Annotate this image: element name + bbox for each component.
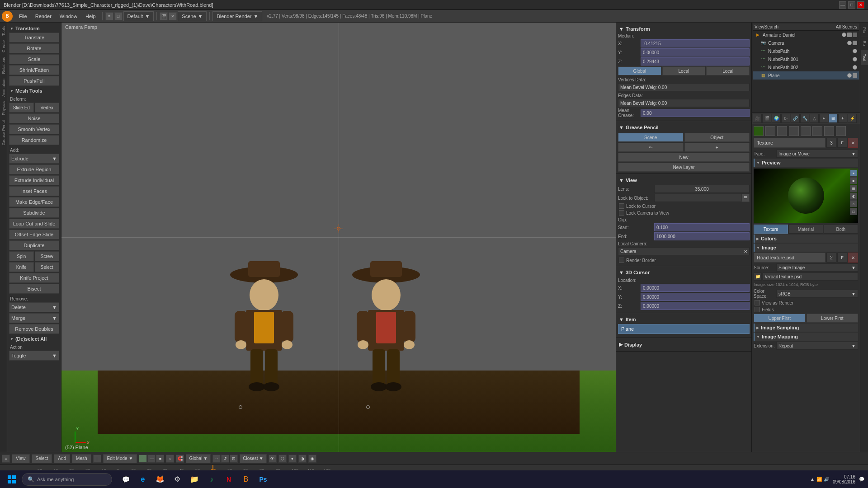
rotate-button[interactable]: Rotate — [9, 43, 59, 53]
face-select-icon[interactable]: ■ — [156, 455, 164, 463]
rendered-icon[interactable]: ◉ — [308, 455, 316, 463]
mean-crease-value[interactable]: 0.00 — [641, 109, 750, 117]
outliner-item-plane[interactable]: ▦ Plane — [753, 71, 859, 80]
layout-select[interactable]: Default ▼ — [123, 11, 154, 21]
constraint-props-icon[interactable]: 🔗 — [791, 114, 800, 123]
viewport-type-icon[interactable]: ≡ — [2, 455, 10, 463]
visibility-icon[interactable] — [847, 41, 852, 45]
image-number-field[interactable]: 2 — [826, 253, 836, 263]
knife-project-button[interactable]: Knife Project — [9, 273, 59, 283]
image-f-btn[interactable]: F — [837, 253, 847, 263]
world-props-icon[interactable]: 🌍 — [772, 114, 781, 123]
relations-tab[interactable]: Relations — [1, 55, 6, 76]
render-props-icon[interactable]: 🎥 — [753, 114, 762, 123]
prev-small-btn[interactable]: □ — [850, 208, 857, 215]
render-icon[interactable] — [853, 33, 857, 37]
texture-props-icon[interactable]: ⊞ — [829, 114, 838, 123]
plus-btn[interactable]: + — [684, 143, 750, 152]
texture-slot-5[interactable] — [801, 126, 811, 136]
duplicate-button[interactable]: Duplicate — [9, 240, 59, 250]
x-value-field[interactable]: -0.41215 — [641, 39, 750, 47]
material-icon[interactable]: ◑ — [298, 455, 307, 463]
image-close-btn[interactable]: ✕ — [848, 253, 858, 263]
object-btn[interactable]: Object — [684, 133, 750, 142]
outliner-search-btn[interactable]: Search — [764, 24, 779, 29]
visibility-icon[interactable] — [853, 49, 857, 53]
texture-tab[interactable]: Texture — [754, 225, 788, 234]
outliner-item-nurbspath001[interactable]: 〰 NurbsPath.001 — [753, 55, 859, 63]
data-props-icon[interactable]: △ — [810, 114, 819, 123]
window-menu[interactable]: Window — [56, 11, 81, 21]
loop-cut-slide-button[interactable]: Loop Cut and Slide — [9, 219, 59, 229]
global-btn[interactable]: Global — [618, 66, 661, 75]
image-section[interactable]: ▼ Image — [754, 244, 858, 252]
grease-pencil-header[interactable]: ▼ Grease Pencil — [618, 123, 750, 132]
visibility-icon[interactable] — [853, 57, 857, 61]
lock-cursor-checkbox[interactable] — [619, 203, 624, 209]
scene-select[interactable]: Scene ▼ — [178, 11, 207, 21]
help-menu[interactable]: Help — [82, 11, 99, 21]
taskbar-blender[interactable]: B — [238, 471, 254, 488]
shrink-fatten-button[interactable]: Shrink/Fatten — [9, 65, 59, 75]
path-field[interactable]: //RoadTexture.psd — [763, 272, 858, 281]
fields-checkbox[interactable] — [755, 307, 760, 312]
vtab-pla[interactable]: Pla — [861, 23, 868, 37]
prev-plane-btn[interactable]: ▦ — [850, 185, 857, 192]
deselect-all-header[interactable]: ▼ (De)select All — [9, 335, 59, 343]
taskbar-explorer[interactable]: 📁 — [186, 471, 203, 488]
remove-doubles-button[interactable]: Remove Doubles — [9, 324, 59, 334]
viewport[interactable]: Camera Persp — [61, 23, 616, 452]
pencil-icon-btn[interactable]: ✏ — [618, 143, 684, 152]
mesh-tools-section-header[interactable]: ▼ Mesh Tools — [9, 87, 59, 95]
translate-button[interactable]: Translate — [9, 33, 59, 42]
render-engine-select[interactable]: Blender Render ▼ — [212, 11, 262, 21]
spin-button[interactable]: Spin — [9, 251, 34, 261]
color-space-select[interactable]: sRGB ▼ — [776, 290, 858, 298]
image-mapping-section[interactable]: ▼ Image Mapping — [754, 333, 858, 341]
render-menu[interactable]: Render — [32, 11, 55, 21]
up-arrow-icon[interactable]: ▲ — [810, 477, 815, 482]
delete-dropdown[interactable]: Delete ▼ — [9, 302, 59, 312]
clip-end-field[interactable]: 1000.000 — [654, 232, 750, 240]
animation-tab[interactable]: Animation — [1, 77, 6, 99]
close-button[interactable]: ✕ — [857, 1, 864, 9]
vertex-button[interactable]: Vertex — [35, 103, 60, 113]
texture-slot-7[interactable] — [824, 126, 834, 136]
rotate-icon[interactable]: ↺ — [221, 455, 229, 463]
select-icon[interactable] — [853, 41, 857, 45]
view-as-render-checkbox[interactable] — [755, 300, 760, 305]
physics-tab[interactable]: Physics — [1, 99, 6, 117]
pivot-select[interactable]: Global ▼ — [186, 454, 211, 463]
file-menu[interactable]: File — [15, 11, 31, 21]
lock-object-browse[interactable]: ☰ — [741, 194, 750, 202]
outliner-item-nurbspath[interactable]: 〰 NurbsPath — [753, 47, 859, 55]
move-icon[interactable]: ↔ — [212, 455, 221, 463]
taskbar-firefox[interactable]: 🦊 — [152, 471, 168, 488]
notification-icon[interactable]: 💬 — [859, 477, 864, 482]
cursor-y-field[interactable]: 0.00000 — [641, 293, 750, 301]
bisect-button[interactable]: Bisect — [9, 284, 59, 294]
image-sampling-section[interactable]: ▶ Image Sampling — [754, 324, 858, 332]
proportional-edit-icon[interactable]: ○ — [166, 455, 174, 463]
taskbar-photoshop[interactable]: Ps — [255, 471, 271, 488]
taskbar-cortana[interactable]: 💬 — [118, 471, 134, 488]
scale-icon[interactable]: ⊡ — [230, 455, 238, 463]
editor-type-icon[interactable]: ≡ — [105, 12, 113, 20]
upper-first-btn[interactable]: Upper First — [754, 314, 806, 323]
texture-number-field[interactable]: 3 — [826, 138, 836, 148]
slide-edge-button[interactable]: Slide Ed — [9, 103, 34, 113]
colors-section[interactable]: ▶ Colors — [754, 235, 858, 243]
material-props-icon[interactable]: ● — [819, 114, 828, 123]
tools-tab[interactable]: Tools — [1, 24, 6, 38]
view-panel-header[interactable]: ▼ View — [618, 176, 750, 185]
inset-faces-button[interactable]: Inset Faces — [9, 186, 59, 196]
scene-props-icon[interactable]: 🎬 — [762, 114, 771, 123]
modifier-props-icon[interactable]: 🔧 — [800, 114, 809, 123]
lock-object-field[interactable] — [654, 194, 741, 202]
preview-section-header[interactable]: ▼ Preview — [754, 159, 858, 167]
texture-slot-4[interactable] — [789, 126, 799, 136]
taskbar-settings[interactable]: ⚙ — [169, 471, 185, 488]
smooth-vertex-button[interactable]: Smooth Vertex — [9, 124, 59, 134]
physics-props-icon[interactable]: ⚡ — [848, 114, 857, 123]
knife-button[interactable]: Knife — [9, 262, 34, 272]
